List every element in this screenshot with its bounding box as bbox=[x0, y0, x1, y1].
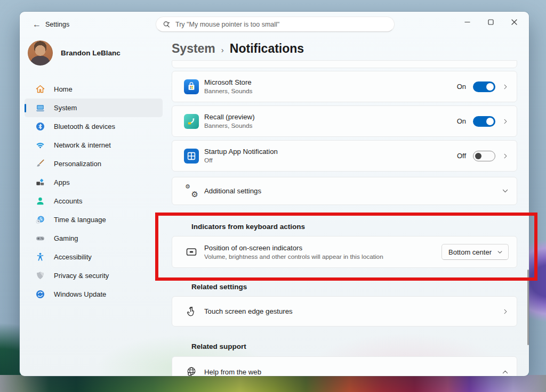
scrollbar-thumb[interactable] bbox=[527, 270, 529, 345]
sidebar-item-accessibility[interactable]: Accessibility bbox=[25, 248, 163, 266]
section-heading-related-settings: Related settings bbox=[191, 283, 247, 291]
row-subtitle: Banners, Sounds bbox=[204, 87, 253, 95]
accounts-icon bbox=[35, 196, 45, 207]
chevron-right-icon[interactable] bbox=[502, 118, 509, 125]
row-title: Additional settings bbox=[204, 187, 261, 195]
microsoft-store-icon bbox=[183, 79, 199, 94]
breadcrumb-parent[interactable]: System bbox=[172, 42, 215, 56]
notifications-toggle[interactable] bbox=[473, 116, 495, 127]
partial-row-above[interactable] bbox=[172, 60, 517, 68]
home-icon bbox=[35, 84, 45, 95]
chevron-down-icon[interactable] bbox=[502, 187, 509, 194]
settings-window: ← Settings Brandon LeBlanc bbox=[20, 12, 529, 376]
globe-search-icon bbox=[183, 366, 199, 376]
on-screen-indicator-icon bbox=[183, 246, 199, 258]
row-title: Recall (preview) bbox=[204, 113, 255, 121]
minimize-button[interactable] bbox=[455, 12, 479, 32]
recall-icon bbox=[183, 114, 199, 129]
row-position-indicators[interactable]: Position of on-screen indicators Volume,… bbox=[172, 236, 517, 268]
row-title: Help from the web bbox=[204, 368, 261, 376]
wallpaper-bloom-strip bbox=[0, 375, 546, 392]
row-title: Startup App Notification bbox=[204, 148, 278, 156]
notifications-toggle[interactable] bbox=[473, 151, 495, 161]
sidebar-item-label: Personalization bbox=[54, 160, 101, 168]
avatar bbox=[28, 40, 53, 66]
toggle-state-label: Off bbox=[457, 152, 466, 160]
bluetooth-icon bbox=[35, 121, 45, 132]
sidebar-item-home[interactable]: Home bbox=[25, 80, 163, 99]
chevron-right-icon[interactable] bbox=[502, 153, 509, 159]
row-subtitle: Volume, brightness and other controls wi… bbox=[204, 253, 383, 260]
breadcrumb: System › Notifications bbox=[172, 42, 304, 56]
row-startup-app-notification[interactable]: Startup App Notification Off Off bbox=[172, 140, 517, 172]
sidebar-item-bluetooth[interactable]: Bluetooth & devices bbox=[25, 117, 163, 136]
apps-icon bbox=[35, 177, 45, 188]
user-profile[interactable]: Brandon LeBlanc bbox=[28, 40, 170, 66]
toggle-state-label: On bbox=[457, 117, 466, 125]
chevron-right-icon[interactable] bbox=[502, 308, 509, 315]
back-button[interactable]: ← bbox=[29, 18, 44, 31]
sidebar-nav: Home System Bluetooth & devices Network … bbox=[20, 80, 170, 304]
row-help-from-web[interactable]: Help from the web bbox=[172, 356, 517, 376]
chevron-right-icon[interactable] bbox=[502, 84, 509, 90]
row-recall[interactable]: Recall (preview) Banners, Sounds On bbox=[172, 105, 517, 137]
row-title: Microsoft Store bbox=[204, 78, 253, 86]
user-name: Brandon LeBlanc bbox=[61, 49, 121, 57]
sidebar-item-label: Windows Update bbox=[54, 290, 106, 298]
sidebar-item-apps[interactable]: Apps bbox=[25, 173, 163, 192]
sidebar-item-accounts[interactable]: Accounts bbox=[25, 192, 163, 210]
close-icon bbox=[511, 19, 517, 25]
maximize-icon bbox=[488, 19, 494, 25]
minimize-icon bbox=[464, 19, 470, 25]
section-heading-indicators: Indicators from keyboard actions bbox=[191, 223, 305, 231]
chevron-up-icon[interactable] bbox=[502, 369, 509, 375]
sidebar-item-label: Privacy & security bbox=[54, 272, 109, 280]
startup-app-icon bbox=[183, 149, 199, 164]
wallpaper-bloom-blob bbox=[527, 224, 546, 338]
sidebar-item-time-language[interactable]: Time & language bbox=[25, 210, 163, 229]
accessibility-icon bbox=[35, 252, 45, 263]
sidebar-item-network[interactable]: Network & internet bbox=[25, 136, 163, 154]
gaming-icon bbox=[35, 233, 45, 244]
sidebar-item-label: Bluetooth & devices bbox=[54, 123, 115, 130]
sidebar-item-label: Gaming bbox=[54, 234, 78, 242]
sidebar-item-label: Time & language bbox=[54, 216, 106, 224]
window-controls bbox=[455, 12, 526, 32]
sidebar-item-label: Accounts bbox=[54, 197, 82, 205]
sidebar: Brandon LeBlanc Home System Bluetooth & bbox=[20, 35, 170, 304]
sidebar-item-label: Home bbox=[54, 85, 73, 93]
row-title: Touch screen edge gestures bbox=[204, 307, 293, 315]
time-language-icon bbox=[35, 215, 45, 225]
dropdown-value: Bottom center bbox=[448, 248, 492, 256]
chevron-down-icon bbox=[497, 249, 503, 255]
sidebar-item-label: Accessibility bbox=[54, 253, 92, 261]
notifications-toggle[interactable] bbox=[473, 81, 495, 92]
sidebar-item-label: Apps bbox=[54, 178, 70, 186]
sidebar-item-label: Network & internet bbox=[54, 141, 111, 149]
row-subtitle: Off bbox=[204, 157, 278, 164]
breadcrumb-chevron-icon: › bbox=[221, 45, 224, 54]
sidebar-item-personalization[interactable]: Personalization bbox=[25, 154, 163, 173]
position-dropdown[interactable]: Bottom center bbox=[441, 244, 509, 260]
toggle-state-label: On bbox=[457, 83, 466, 91]
row-touch-gestures[interactable]: Touch screen edge gestures bbox=[172, 296, 517, 326]
sidebar-item-gaming[interactable]: Gaming bbox=[25, 229, 163, 248]
personalization-icon bbox=[35, 159, 45, 169]
sidebar-item-privacy[interactable]: Privacy & security bbox=[25, 266, 163, 285]
search-input[interactable] bbox=[175, 21, 388, 28]
close-button[interactable] bbox=[502, 12, 526, 32]
row-microsoft-store[interactable]: Microsoft Store Banners, Sounds On bbox=[172, 71, 517, 102]
privacy-icon bbox=[35, 271, 45, 281]
page-title: Notifications bbox=[230, 42, 304, 56]
search-box[interactable] bbox=[156, 17, 395, 32]
sidebar-item-windows-update[interactable]: Windows Update bbox=[25, 285, 163, 304]
network-icon bbox=[35, 140, 45, 151]
touch-gesture-icon bbox=[183, 306, 199, 317]
row-title: Position of on-screen indicators bbox=[204, 244, 383, 252]
gears-icon: ⚙⚙ bbox=[183, 185, 199, 198]
maximize-button[interactable] bbox=[479, 12, 502, 32]
sidebar-item-system[interactable]: System bbox=[25, 99, 163, 117]
row-additional-settings[interactable]: ⚙⚙ Additional settings bbox=[172, 177, 517, 205]
windows-update-icon bbox=[35, 289, 45, 300]
back-arrow-icon: ← bbox=[33, 20, 41, 29]
